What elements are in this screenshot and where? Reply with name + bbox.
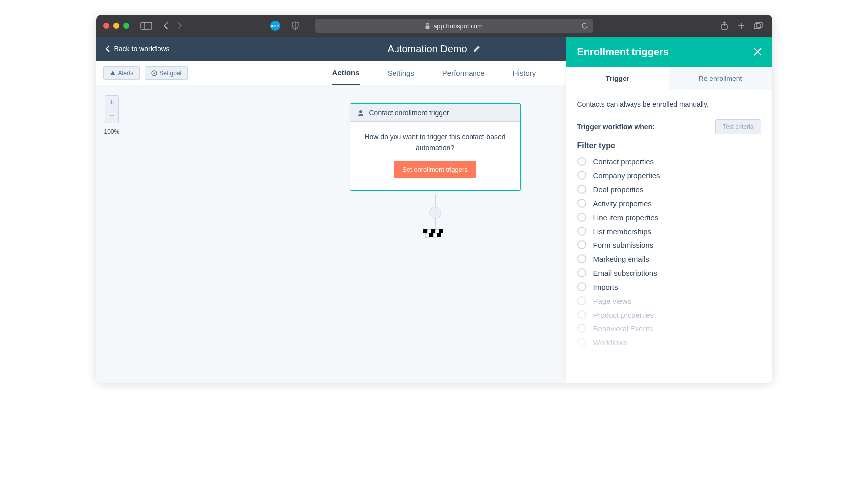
radio-icon bbox=[577, 254, 586, 263]
zoom-controls: + − 100% bbox=[104, 95, 120, 135]
zoom-out-button[interactable]: − bbox=[105, 109, 119, 123]
close-panel-icon[interactable] bbox=[753, 47, 762, 56]
filter-option-label: Product properties bbox=[593, 311, 654, 319]
set-goal-button[interactable]: Set goal bbox=[145, 66, 188, 80]
new-tab-icon[interactable] bbox=[734, 19, 748, 33]
sidepanel-tabs: Trigger Re-enrollment bbox=[566, 67, 772, 90]
radio-icon bbox=[577, 240, 586, 249]
privacy-shield-icon[interactable] bbox=[288, 19, 302, 33]
radio-icon bbox=[577, 171, 586, 180]
filter-option-label: Company properties bbox=[593, 171, 660, 180]
reload-icon[interactable] bbox=[581, 22, 588, 29]
filter-option[interactable]: Product properties bbox=[577, 310, 761, 319]
sidebar-toggle[interactable] bbox=[140, 22, 152, 30]
sidepanel-body: Contacts can always be enrolled manually… bbox=[566, 90, 772, 383]
svg-rect-15 bbox=[431, 229, 435, 233]
filter-option[interactable]: Contact properties bbox=[577, 157, 761, 166]
address-bar[interactable]: app.hubspot.com bbox=[315, 19, 593, 33]
filter-option[interactable]: Workflows bbox=[577, 338, 761, 347]
radio-icon bbox=[577, 268, 586, 277]
abp-extension-icon[interactable]: ABP bbox=[270, 21, 280, 31]
alerts-label: Alerts bbox=[118, 70, 134, 77]
traffic-lights bbox=[103, 23, 129, 29]
manual-enroll-note: Contacts can always be enrolled manually… bbox=[577, 100, 761, 108]
test-criteria-button[interactable]: Test criteria bbox=[715, 119, 761, 134]
back-to-workflows-link[interactable]: Back to workflows bbox=[105, 45, 170, 53]
minimize-window-icon[interactable] bbox=[113, 23, 119, 29]
radio-icon bbox=[577, 227, 586, 236]
nav-back-icon[interactable] bbox=[159, 19, 173, 33]
zoom-in-button[interactable]: + bbox=[105, 95, 119, 109]
lock-icon bbox=[425, 23, 430, 29]
svg-rect-14 bbox=[427, 229, 431, 233]
tab-settings[interactable]: Settings bbox=[388, 61, 414, 85]
svg-rect-3 bbox=[426, 25, 430, 29]
filter-option[interactable]: Company properties bbox=[577, 171, 761, 180]
radio-icon bbox=[577, 157, 586, 166]
filter-type-heading: Filter type bbox=[577, 141, 761, 150]
alert-icon bbox=[110, 70, 116, 76]
svg-rect-19 bbox=[429, 233, 433, 237]
share-icon[interactable] bbox=[717, 19, 731, 33]
filter-option[interactable]: Marketing emails bbox=[577, 254, 761, 263]
filter-option[interactable]: Line item properties bbox=[577, 213, 761, 222]
target-icon bbox=[151, 70, 157, 76]
svg-rect-21 bbox=[437, 233, 441, 237]
set-enrollment-triggers-button[interactable]: Set enrollment triggers bbox=[394, 161, 476, 178]
tab-actions[interactable]: Actions bbox=[332, 61, 360, 85]
filter-option-label: Deal properties bbox=[593, 185, 644, 194]
svg-rect-17 bbox=[439, 229, 443, 233]
filter-option[interactable]: Email subscriptions bbox=[577, 268, 761, 277]
filter-option[interactable]: Activity properties bbox=[577, 199, 761, 208]
radio-icon bbox=[577, 185, 586, 194]
browser-window: ABP app.hubspot.com Back to wo bbox=[96, 15, 772, 383]
filter-option-label: Contact properties bbox=[593, 158, 654, 166]
enrollment-triggers-panel: Enrollment triggers Trigger Re-enrollmen… bbox=[566, 37, 772, 383]
svg-rect-13 bbox=[423, 229, 427, 233]
nav-forward-icon bbox=[173, 19, 187, 33]
set-goal-label: Set goal bbox=[159, 70, 181, 77]
filter-option[interactable]: Deal properties bbox=[577, 185, 761, 194]
zoom-level: 100% bbox=[104, 128, 120, 135]
filter-option[interactable]: Page views bbox=[577, 296, 761, 305]
filter-type-list: Contact propertiesCompany propertiesDeal… bbox=[577, 157, 761, 347]
svg-rect-9 bbox=[756, 22, 762, 27]
browser-chrome: ABP app.hubspot.com bbox=[96, 15, 772, 37]
radio-icon bbox=[577, 338, 586, 347]
url-text: app.hubspot.com bbox=[433, 22, 483, 30]
filter-option[interactable]: List memberships bbox=[577, 227, 761, 236]
svg-point-12 bbox=[359, 110, 362, 113]
filter-option[interactable]: Imports bbox=[577, 282, 761, 291]
add-action-button[interactable]: + bbox=[429, 207, 441, 219]
filter-option-label: Marketing emails bbox=[593, 255, 649, 263]
close-window-icon[interactable] bbox=[103, 23, 109, 29]
finish-flag-icon bbox=[423, 229, 447, 238]
trigger-card-body: How do you want to trigger this contact-… bbox=[350, 122, 520, 190]
svg-rect-0 bbox=[141, 22, 152, 29]
radio-icon bbox=[577, 296, 586, 305]
svg-rect-18 bbox=[425, 233, 429, 237]
filter-option[interactable]: Behavioral Events bbox=[577, 324, 761, 333]
tabs-overview-icon[interactable] bbox=[751, 19, 765, 33]
filter-option[interactable]: Form submissions bbox=[577, 240, 761, 249]
filter-option-label: List memberships bbox=[593, 227, 652, 236]
trigger-card-header: Contact enrollment trigger bbox=[350, 104, 520, 122]
back-label: Back to workflows bbox=[114, 45, 170, 53]
sidepanel-title: Enrollment triggers bbox=[577, 46, 669, 58]
filter-option-label: Line item properties bbox=[593, 213, 659, 222]
tab-performance[interactable]: Performance bbox=[442, 61, 485, 85]
radio-icon bbox=[577, 310, 586, 319]
trigger-card-title: Contact enrollment trigger bbox=[369, 109, 449, 117]
trigger-when-label: Trigger workflow when: bbox=[577, 123, 655, 131]
alerts-button[interactable]: Alerts bbox=[103, 66, 140, 80]
tab-history[interactable]: History bbox=[513, 61, 536, 85]
enrollment-trigger-card[interactable]: Contact enrollment trigger How do you wa… bbox=[350, 103, 521, 191]
sidepanel-header: Enrollment triggers bbox=[566, 37, 772, 67]
filter-option-label: Page views bbox=[593, 297, 631, 305]
filter-option-label: Email subscriptions bbox=[593, 269, 657, 277]
filter-option-label: Form submissions bbox=[593, 241, 654, 249]
maximize-window-icon[interactable] bbox=[123, 23, 129, 29]
sidepanel-tab-reenrollment[interactable]: Re-enrollment bbox=[669, 67, 772, 90]
contact-icon bbox=[357, 109, 364, 116]
sidepanel-tab-trigger[interactable]: Trigger bbox=[566, 67, 669, 90]
